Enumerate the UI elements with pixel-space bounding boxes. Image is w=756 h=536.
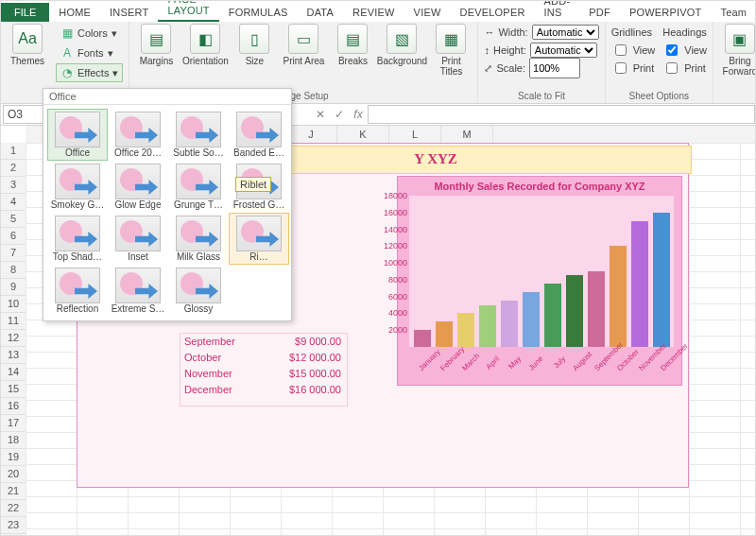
gridlines-print-check[interactable] <box>615 61 627 76</box>
effect-thumb-label: Office <box>50 147 105 158</box>
effect-thumb[interactable]: Office <box>47 109 108 161</box>
row-header[interactable]: 15 <box>1 381 26 398</box>
fonts-button[interactable]: AFonts ▾ <box>56 43 123 62</box>
size-button[interactable]: ▯Size <box>233 24 275 66</box>
row-header[interactable]: 23 <box>1 517 26 534</box>
themes-button[interactable]: AaThemes <box>7 24 48 66</box>
chart-bar <box>544 284 561 347</box>
row-header[interactable]: 8 <box>1 262 26 279</box>
row-header[interactable]: 5 <box>1 211 26 228</box>
row-header[interactable]: 14 <box>1 364 26 381</box>
headings-view-check[interactable] <box>666 43 678 58</box>
chart-x-tick: December <box>660 354 678 372</box>
row-header[interactable]: 20 <box>1 466 26 483</box>
effect-thumb-label: Top Shad… <box>50 251 105 262</box>
tab-data[interactable]: DATA <box>298 3 344 22</box>
chart-y-tick: 10000 <box>379 258 409 268</box>
row-header[interactable]: 21 <box>1 483 26 500</box>
row-header[interactable]: 12 <box>1 330 26 347</box>
row-header[interactable]: 19 <box>1 449 26 466</box>
effect-thumb-icon <box>115 112 161 147</box>
colors-button[interactable]: ▦Colors ▾ <box>56 24 123 43</box>
effect-thumb-icon <box>115 216 161 251</box>
row-header[interactable]: 10 <box>1 296 26 313</box>
height-select[interactable]: Automatic <box>530 43 597 58</box>
col-header[interactable]: J <box>285 126 337 143</box>
chart-x-tick: February <box>438 354 456 372</box>
chart-bar <box>479 305 496 347</box>
row-header[interactable]: 6 <box>1 228 26 245</box>
gridlines-view-check[interactable] <box>615 43 627 58</box>
tab-team[interactable]: Team <box>711 3 756 22</box>
formula-input[interactable] <box>368 105 755 124</box>
row-header[interactable]: 16 <box>1 398 26 415</box>
effect-thumb[interactable]: Smokey G… <box>47 161 108 213</box>
print-area-button[interactable]: ▭Print Area <box>283 24 324 66</box>
tab-addins[interactable]: ADD-INS <box>535 0 580 22</box>
row-header[interactable]: 22 <box>1 500 26 517</box>
bring-forward-icon: ▣ <box>725 24 755 54</box>
row-header[interactable]: 13 <box>1 347 26 364</box>
col-header[interactable]: M <box>441 126 493 143</box>
chart-x-tick: September <box>593 354 611 372</box>
chart-x-tick: October <box>615 354 633 372</box>
effect-thumb[interactable]: Reflection <box>47 265 108 317</box>
group-label-sheet-options: Sheet Options <box>611 91 707 101</box>
width-select[interactable]: Automatic <box>532 25 599 40</box>
tab-formulas[interactable]: FORMULAS <box>219 3 298 22</box>
effect-thumb[interactable]: Grunge T… <box>168 161 229 213</box>
effect-thumb[interactable]: Banded E… <box>229 109 289 161</box>
effects-button[interactable]: ◔Effects ▾ <box>56 63 123 82</box>
row-header[interactable]: 4 <box>1 194 26 211</box>
tab-insert[interactable]: INSERT <box>100 3 158 22</box>
tab-developer[interactable]: DEVELOPER <box>451 3 535 22</box>
bring-forward-button[interactable]: ▣Bring Forward <box>719 24 756 77</box>
orientation-button[interactable]: ◧Orientation <box>184 24 226 66</box>
breaks-button[interactable]: ▤Breaks <box>332 24 373 66</box>
chart[interactable]: Monthly Sales Recorded for Company XYZ 1… <box>397 176 682 386</box>
headings-print-check[interactable] <box>666 61 678 76</box>
row-headers[interactable]: 1234567891011121314151617181920212223242… <box>1 143 26 536</box>
cancel-icon[interactable]: ✕ <box>311 108 330 121</box>
tab-pdf[interactable]: PDF <box>579 3 620 22</box>
effect-thumb-icon <box>115 164 161 199</box>
effect-thumb-icon <box>115 268 161 303</box>
tab-review[interactable]: REVIEW <box>343 3 404 22</box>
tab-powerpivot[interactable]: POWERPIVOT <box>620 3 712 22</box>
effect-thumb[interactable]: Extreme S… <box>108 265 168 317</box>
background-button[interactable]: ▧Background <box>381 24 422 66</box>
effect-thumb[interactable]: Glow Edge <box>108 161 168 213</box>
chart-bar <box>653 213 670 347</box>
tab-home[interactable]: HOME <box>49 3 100 22</box>
fx-icon[interactable]: fx <box>349 108 368 121</box>
effect-thumb-label: Grunge T… <box>171 199 226 210</box>
print-titles-button[interactable]: ▦Print Titles <box>430 24 472 77</box>
row-header[interactable]: 1 <box>1 143 26 160</box>
effect-thumb[interactable]: Inset <box>108 213 168 265</box>
effect-thumb[interactable]: Ri… <box>229 213 289 265</box>
effect-thumb[interactable]: Subtle So… <box>168 109 229 161</box>
tab-page-layout[interactable]: PAGE LAYOUT <box>158 0 218 22</box>
row-header[interactable]: 9 <box>1 279 26 296</box>
col-header[interactable]: L <box>389 126 441 143</box>
tab-view[interactable]: VIEW <box>404 3 451 22</box>
margins-button[interactable]: ▤Margins <box>135 24 177 66</box>
row-header[interactable]: 3 <box>1 177 26 194</box>
effect-thumb[interactable]: Top Shad… <box>47 213 108 265</box>
row-header[interactable]: 7 <box>1 245 26 262</box>
row-header[interactable]: 18 <box>1 432 26 449</box>
size-icon: ▯ <box>239 24 269 54</box>
effect-thumb[interactable]: Glossy <box>168 265 229 317</box>
col-header[interactable]: K <box>337 126 389 143</box>
effect-thumb[interactable]: Milk Glass <box>168 213 229 265</box>
effects-icon: ◔ <box>60 66 74 79</box>
row-header[interactable]: 17 <box>1 415 26 432</box>
chart-x-labels: JanuaryFebruaryMarchAprilMayJuneJulyAugu… <box>409 347 674 363</box>
row-header[interactable]: 11 <box>1 313 26 330</box>
effect-thumb[interactable]: Office 20… <box>108 109 168 161</box>
file-tab[interactable]: FILE <box>1 3 49 22</box>
enter-icon[interactable]: ✓ <box>330 108 349 121</box>
chart-y-tick: 6000 <box>379 292 409 302</box>
scale-input[interactable] <box>529 58 580 78</box>
row-header[interactable]: 2 <box>1 160 26 177</box>
